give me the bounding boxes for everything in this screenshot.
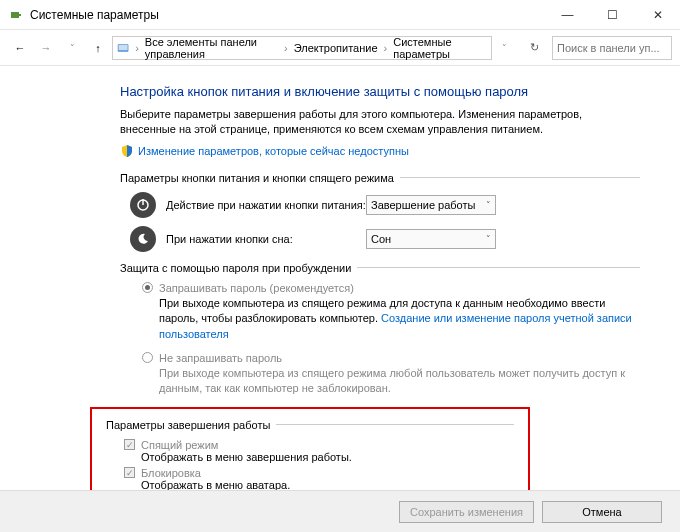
titlebar: Системные параметры — ☐ ✕ [0, 0, 680, 30]
checkbox-icon: ✓ [124, 439, 135, 450]
svg-rect-3 [119, 44, 128, 49]
checkbox-sleep-label: Спящий режим [141, 439, 218, 451]
maximize-button[interactable]: ☐ [590, 0, 635, 29]
save-button[interactable]: Сохранить изменения [399, 501, 534, 523]
breadcrumb[interactable]: › Все элементы панели управления › Элект… [112, 36, 492, 60]
section-shutdown-settings: Параметры завершения работы [106, 419, 514, 431]
radio-require-password-desc: При выходе компьютера из спящего режима … [159, 296, 640, 342]
minimize-button[interactable]: — [545, 0, 590, 29]
checkbox-lock[interactable]: ✓ Блокировка [124, 467, 514, 479]
cancel-button[interactable]: Отмена [542, 501, 662, 523]
forward-button[interactable]: → [34, 36, 58, 60]
search-input[interactable] [553, 42, 671, 54]
shutdown-settings-highlighted: Параметры завершения работы ✓ Спящий реж… [90, 407, 530, 490]
radio-no-password[interactable]: Не запрашивать пароль [142, 352, 640, 364]
sleep-button-row: При нажатии кнопки сна: Сон˅ [130, 226, 640, 252]
chevron-right-icon: › [282, 42, 290, 54]
breadcrumb-leaf[interactable]: Системные параметры [389, 36, 487, 60]
power-button-label: Действие при нажатии кнопки питания: [166, 199, 366, 211]
window-controls: — ☐ ✕ [545, 0, 680, 29]
svg-rect-0 [11, 12, 19, 18]
recent-button[interactable]: ˅ [60, 36, 84, 60]
section-power-sleep-buttons: Параметры кнопки питания и кнопки спящег… [120, 172, 640, 184]
radio-require-password-block: Запрашивать пароль (рекомендуется) При в… [142, 282, 640, 342]
checkbox-sleep[interactable]: ✓ Спящий режим [124, 439, 514, 451]
navbar: ← → ˅ ↑ › Все элементы панели управления… [0, 30, 680, 66]
radio-icon [142, 352, 153, 363]
control-panel-icon [117, 40, 129, 56]
radio-no-password-desc: При выходе компьютера из спящего режима … [159, 366, 640, 397]
breadcrumb-root[interactable]: Все элементы панели управления [141, 36, 282, 60]
breadcrumb-dropdown[interactable]: ˅ [492, 36, 516, 60]
power-options-icon [8, 7, 24, 23]
close-button[interactable]: ✕ [635, 0, 680, 29]
moon-icon [130, 226, 156, 252]
page-heading: Настройка кнопок питания и включение защ… [120, 84, 640, 99]
chevron-down-icon: ˅ [486, 200, 491, 210]
up-button[interactable]: ↑ [86, 36, 110, 60]
refresh-button[interactable]: ↻ [522, 36, 546, 60]
footer: Сохранить изменения Отмена [0, 490, 680, 532]
power-icon [130, 192, 156, 218]
search-box[interactable] [552, 36, 672, 60]
chevron-down-icon: ˅ [486, 234, 491, 244]
sleep-button-select[interactable]: Сон˅ [366, 229, 496, 249]
radio-require-password-label: Запрашивать пароль (рекомендуется) [159, 282, 354, 294]
change-settings-link-row: Изменение параметров, которые сейчас нед… [120, 144, 640, 158]
checkbox-icon: ✓ [124, 467, 135, 478]
radio-require-password[interactable]: Запрашивать пароль (рекомендуется) [142, 282, 640, 294]
chevron-right-icon: › [382, 42, 390, 54]
chevron-right-icon: › [133, 42, 141, 54]
power-button-select[interactable]: Завершение работы˅ [366, 195, 496, 215]
svg-rect-1 [19, 14, 21, 16]
intro-text: Выберите параметры завершения работы для… [120, 107, 640, 138]
radio-no-password-label: Не запрашивать пароль [159, 352, 282, 364]
change-settings-link[interactable]: Изменение параметров, которые сейчас нед… [138, 145, 409, 157]
power-button-row: Действие при нажатии кнопки питания: Зав… [130, 192, 640, 218]
checkbox-sleep-desc: Отображать в меню завершения работы. [141, 451, 514, 463]
section-password-protection: Защита с помощью пароля при пробуждении [120, 262, 640, 274]
checkbox-lock-desc: Отображать в меню аватара. [141, 479, 514, 490]
back-button[interactable]: ← [8, 36, 32, 60]
radio-icon [142, 282, 153, 293]
breadcrumb-mid[interactable]: Электропитание [290, 42, 382, 54]
shield-icon [120, 144, 134, 158]
window-title: Системные параметры [30, 8, 545, 22]
radio-no-password-block: Не запрашивать пароль При выходе компьют… [142, 352, 640, 397]
main-content: Настройка кнопок питания и включение защ… [0, 66, 680, 490]
sleep-button-label: При нажатии кнопки сна: [166, 233, 366, 245]
checkbox-lock-label: Блокировка [141, 467, 201, 479]
